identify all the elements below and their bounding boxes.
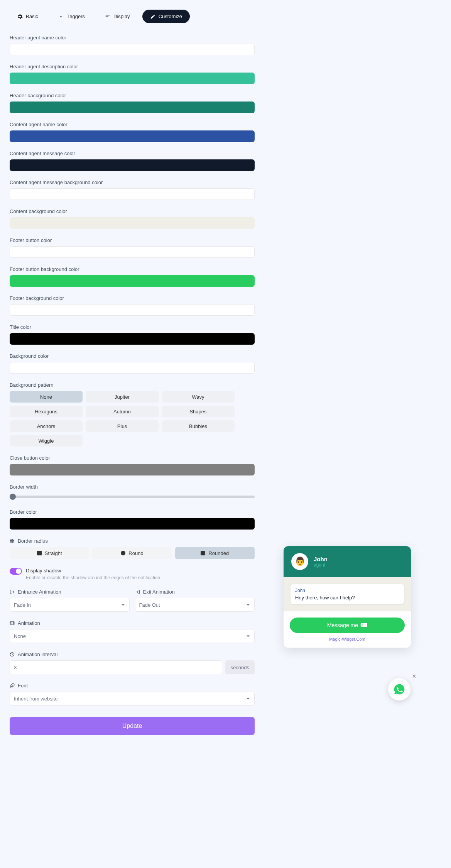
- label-content-bg-color: Content background color: [10, 208, 255, 214]
- avatar: 👨: [291, 553, 308, 570]
- color-close-btn[interactable]: [10, 464, 255, 475]
- widget-footer: Message me Magic-Widget.Com: [284, 611, 411, 648]
- label-close-btn-color: Close button color: [10, 455, 255, 461]
- label-content-agent-msg-color: Content agent message color: [10, 151, 255, 156]
- interval-input[interactable]: [10, 660, 222, 674]
- shadow-toggle[interactable]: [10, 568, 22, 575]
- pattern-plus[interactable]: Plus: [86, 420, 159, 432]
- color-border[interactable]: [10, 518, 255, 530]
- widget-body: John Hey there, how can I help?: [284, 577, 411, 611]
- color-header-agent-name[interactable]: [10, 44, 255, 55]
- color-content-bg[interactable]: [10, 217, 255, 229]
- svg-rect-0: [10, 539, 12, 541]
- update-button[interactable]: Update: [10, 717, 255, 735]
- pattern-shapes[interactable]: Shapes: [162, 406, 235, 417]
- label-footer-btn-color: Footer button color: [10, 237, 255, 243]
- label-content-agent-msg-bg-color: Content agent message background color: [10, 179, 255, 185]
- label-exit: Exit Animation: [135, 589, 255, 595]
- tabs: Basic Triggers Display Customize: [10, 10, 255, 23]
- svg-point-8: [365, 624, 366, 625]
- color-content-agent-msg[interactable]: [10, 159, 255, 171]
- label-border-width: Border width: [10, 484, 255, 490]
- tab-basic[interactable]: Basic: [10, 10, 46, 23]
- feather-icon: [10, 683, 15, 688]
- pattern-wavy[interactable]: Wavy: [162, 391, 235, 403]
- square-icon: [37, 551, 42, 555]
- message-from: John: [295, 588, 399, 593]
- color-footer-bg[interactable]: [10, 304, 255, 316]
- label-header-agent-desc-color: Header agent description color: [10, 64, 255, 69]
- border-width-slider[interactable]: [10, 493, 255, 501]
- toggle-knob: [16, 569, 21, 574]
- tab-display-label: Display: [113, 14, 130, 19]
- label-border-radius: Border radius: [10, 538, 255, 544]
- enter-icon: [135, 589, 140, 594]
- svg-rect-1: [13, 539, 14, 541]
- label-header-bg-color: Header background color: [10, 93, 255, 98]
- color-footer-btn[interactable]: [10, 246, 255, 258]
- label-border-color: Border color: [10, 509, 255, 515]
- label-interval: Animation interval: [10, 651, 255, 657]
- circle-icon: [121, 551, 125, 555]
- label-bg-color: Background color: [10, 353, 255, 359]
- label-title-color: Title color: [10, 324, 255, 330]
- tab-customize[interactable]: Customize: [142, 10, 190, 23]
- svg-rect-2: [10, 541, 12, 543]
- pattern-grid: None Jupiter Wavy Hexagons Autumn Shapes…: [10, 391, 255, 447]
- color-title[interactable]: [10, 333, 255, 345]
- label-footer-btn-bg-color: Footer button background color: [10, 266, 255, 272]
- svg-point-6: [362, 624, 363, 625]
- tab-triggers[interactable]: Triggers: [51, 10, 93, 23]
- label-animation: Animation: [10, 620, 255, 626]
- font-select[interactable]: Inherit from website: [10, 692, 255, 706]
- shadow-desc: Enable or disable the shadow around the …: [26, 575, 160, 580]
- pattern-wiggle[interactable]: Wiggle: [10, 435, 83, 447]
- close-icon[interactable]: ✕: [412, 673, 416, 677]
- slider-thumb[interactable]: [10, 494, 16, 500]
- agent-name: John: [314, 556, 328, 562]
- svg-rect-3: [13, 541, 14, 543]
- interval-unit: seconds: [225, 660, 255, 674]
- history-icon: [10, 652, 15, 657]
- color-bg[interactable]: [10, 362, 255, 374]
- animation-select[interactable]: None: [10, 629, 255, 643]
- label-bg-pattern: Background pattern: [10, 382, 255, 388]
- whatsapp-launcher[interactable]: [388, 678, 410, 700]
- widget-header: 👨 John agent: [284, 546, 411, 577]
- color-content-agent-name[interactable]: [10, 130, 255, 142]
- radius-straight[interactable]: Straight: [10, 547, 89, 559]
- widget-preview: 👨 John agent John Hey there, how can I h…: [284, 546, 411, 648]
- pattern-autumn[interactable]: Autumn: [86, 406, 159, 417]
- color-header-agent-desc[interactable]: [10, 73, 255, 84]
- tab-customize-label: Customize: [159, 14, 182, 19]
- tab-display[interactable]: Display: [97, 10, 138, 23]
- color-header-bg[interactable]: [10, 102, 255, 113]
- label-header-agent-name-color: Header agent name color: [10, 35, 255, 41]
- film-icon: [10, 621, 15, 626]
- pattern-bubbles[interactable]: Bubbles: [162, 420, 235, 432]
- pattern-anchors[interactable]: Anchors: [10, 420, 83, 432]
- exit-icon: [10, 589, 15, 594]
- tab-basic-label: Basic: [26, 14, 38, 19]
- pattern-none[interactable]: None: [10, 391, 83, 403]
- grid-icon: [10, 538, 15, 543]
- svg-rect-4: [10, 621, 14, 625]
- message-bubble: John Hey there, how can I help?: [291, 584, 404, 604]
- shadow-label: Display shadow: [26, 568, 160, 574]
- label-footer-bg-color: Footer background color: [10, 295, 255, 301]
- rounded-icon: [201, 551, 205, 555]
- agent-role: agent: [314, 562, 328, 568]
- label-font: Font: [10, 683, 255, 689]
- color-footer-btn-bg[interactable]: [10, 275, 255, 287]
- radius-round[interactable]: Round: [92, 547, 172, 559]
- branding: Magic-Widget.Com: [290, 637, 405, 641]
- pattern-hexagons[interactable]: Hexagons: [10, 406, 83, 417]
- exit-select[interactable]: Fade Out: [135, 598, 255, 612]
- speech-icon: [360, 623, 367, 628]
- radius-rounded[interactable]: Rounded: [175, 547, 255, 559]
- color-content-agent-msg-bg[interactable]: [10, 188, 255, 200]
- message-me-button[interactable]: Message me: [290, 618, 405, 633]
- pattern-jupiter[interactable]: Jupiter: [86, 391, 159, 403]
- tab-triggers-label: Triggers: [67, 14, 85, 19]
- entrance-select[interactable]: Fade In: [10, 598, 130, 612]
